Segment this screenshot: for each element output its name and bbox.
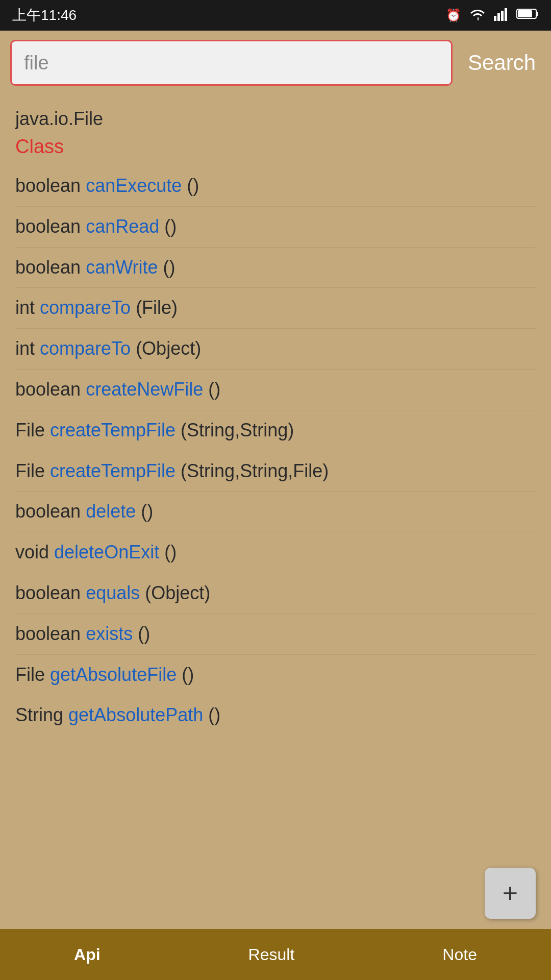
- method-return-type: int: [15, 338, 40, 359]
- status-bar: 上午11:46 ⏰: [0, 0, 551, 31]
- method-item[interactable]: File createTempFile (String,String): [15, 410, 536, 451]
- method-params: (Object): [140, 582, 210, 603]
- method-params: (File): [131, 297, 178, 318]
- method-name: canRead: [86, 216, 159, 237]
- method-return-type: File: [15, 460, 50, 481]
- method-item[interactable]: File getAbsoluteFile (): [15, 655, 536, 696]
- search-button[interactable]: Search: [463, 51, 541, 75]
- method-params: (): [182, 175, 199, 196]
- method-params: (): [159, 216, 177, 237]
- method-return-type: File: [15, 420, 50, 440]
- method-name: createNewFile: [86, 379, 203, 400]
- method-params: (String,String): [176, 420, 294, 440]
- method-return-type: int: [15, 297, 40, 318]
- method-params: (): [203, 704, 220, 725]
- method-name: canExecute: [86, 175, 182, 196]
- method-params: (): [158, 257, 176, 278]
- method-name: canWrite: [86, 257, 158, 278]
- method-item[interactable]: boolean createNewFile (): [15, 370, 536, 410]
- nav-item-result[interactable]: Result: [228, 937, 315, 972]
- method-item[interactable]: int compareTo (Object): [15, 329, 536, 370]
- method-item[interactable]: boolean equals (Object): [15, 573, 536, 614]
- method-return-type: File: [15, 664, 50, 685]
- method-return-type: String: [15, 704, 68, 725]
- method-return-type: void: [15, 542, 54, 562]
- method-item[interactable]: boolean delete (): [15, 492, 536, 532]
- class-label: Class: [15, 134, 536, 166]
- method-name: createTempFile: [50, 420, 176, 440]
- svg-rect-3: [505, 8, 507, 21]
- method-name: getAbsolutePath: [68, 704, 203, 725]
- bottom-nav: Api Result Note: [0, 929, 551, 980]
- method-params: (): [159, 542, 177, 562]
- method-name: compareTo: [40, 297, 131, 318]
- method-return-type: boolean: [15, 175, 86, 196]
- method-params: (String,String,File): [176, 460, 329, 481]
- svg-rect-5: [536, 12, 538, 16]
- svg-rect-1: [497, 13, 500, 21]
- method-return-type: boolean: [15, 623, 86, 644]
- method-item[interactable]: boolean canExecute (): [15, 166, 536, 207]
- method-return-type: boolean: [15, 379, 86, 400]
- method-params: (): [177, 664, 194, 685]
- method-name: exists: [86, 623, 133, 644]
- svg-rect-2: [501, 11, 504, 21]
- status-icons: ⏰: [446, 7, 539, 24]
- battery-icon: [516, 8, 539, 23]
- content-area: java.io.File Class boolean canExecute ()…: [0, 95, 551, 929]
- method-name: deleteOnExit: [54, 542, 159, 562]
- method-params: (Object): [131, 338, 201, 359]
- method-item[interactable]: boolean exists (): [15, 614, 536, 655]
- signal-icon: [494, 7, 508, 24]
- fab-button[interactable]: +: [485, 868, 536, 919]
- method-item[interactable]: File createTempFile (String,String,File): [15, 451, 536, 492]
- svg-rect-6: [518, 10, 532, 17]
- methods-list: boolean canExecute ()boolean canRead ()b…: [15, 166, 536, 736]
- method-item[interactable]: boolean canWrite (): [15, 248, 536, 288]
- method-item[interactable]: void deleteOnExit (): [15, 532, 536, 573]
- svg-rect-0: [494, 16, 496, 21]
- method-return-type: boolean: [15, 582, 86, 603]
- nav-item-note[interactable]: Note: [422, 937, 497, 972]
- search-area: Search: [0, 31, 551, 95]
- method-item[interactable]: int compareTo (File): [15, 288, 536, 329]
- method-name: createTempFile: [50, 460, 176, 481]
- method-return-type: boolean: [15, 216, 86, 237]
- method-name: delete: [86, 501, 136, 522]
- method-item[interactable]: boolean canRead (): [15, 207, 536, 248]
- method-return-type: boolean: [15, 501, 86, 522]
- method-item[interactable]: String getAbsolutePath (): [15, 695, 536, 736]
- method-params: (): [136, 501, 153, 522]
- method-return-type: boolean: [15, 257, 86, 278]
- method-params: (): [203, 379, 220, 400]
- wifi-icon: [469, 7, 486, 24]
- status-time: 上午11:46: [12, 6, 77, 25]
- method-params: (): [133, 623, 150, 644]
- alarm-icon: ⏰: [446, 8, 461, 22]
- method-name: equals: [86, 582, 140, 603]
- method-name: compareTo: [40, 338, 131, 359]
- method-name: getAbsoluteFile: [50, 664, 177, 685]
- search-input[interactable]: [10, 40, 453, 86]
- nav-item-api[interactable]: Api: [54, 937, 121, 972]
- class-full-name: java.io.File: [15, 100, 536, 134]
